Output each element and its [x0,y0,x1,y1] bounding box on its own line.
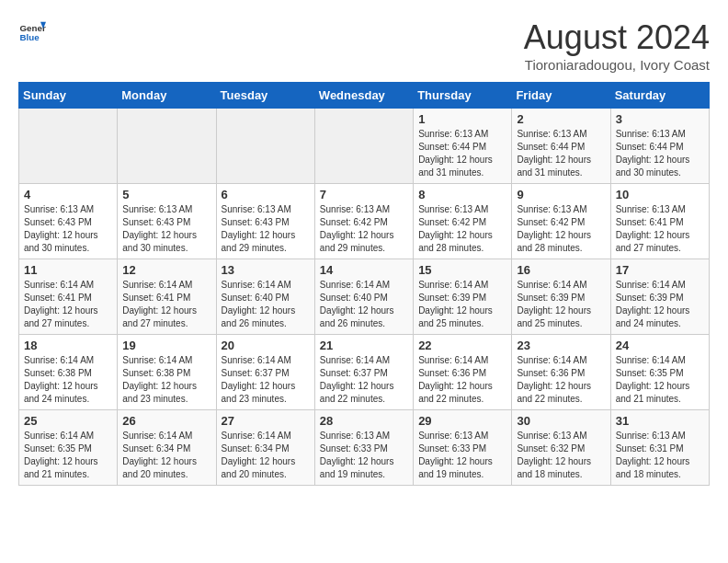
day-info: Sunrise: 6:14 AM Sunset: 6:39 PM Dayligh… [616,279,704,330]
calendar-cell: 17Sunrise: 6:14 AM Sunset: 6:39 PM Dayli… [610,259,709,335]
weekday-header-friday: Friday [512,83,610,109]
day-number: 8 [418,188,506,201]
day-info: Sunrise: 6:14 AM Sunset: 6:36 PM Dayligh… [418,354,506,406]
calendar-week-5: 25Sunrise: 6:14 AM Sunset: 6:35 PM Dayli… [19,410,710,486]
day-number: 24 [616,339,704,352]
month-title: August 2024 [524,18,710,57]
day-number: 5 [122,188,210,201]
calendar-cell [314,109,413,184]
calendar-cell: 15Sunrise: 6:14 AM Sunset: 6:39 PM Dayli… [414,259,512,335]
day-info: Sunrise: 6:14 AM Sunset: 6:34 PM Dayligh… [122,430,210,481]
calendar-cell [19,109,118,184]
day-number: 6 [222,188,310,201]
weekday-header-wednesday: Wednesday [314,83,413,109]
calendar-cell: 31Sunrise: 6:13 AM Sunset: 6:31 PM Dayli… [610,410,709,486]
day-info: Sunrise: 6:13 AM Sunset: 6:44 PM Dayligh… [517,128,605,179]
calendar-cell [118,109,216,184]
day-number: 2 [517,112,605,126]
calendar-week-4: 18Sunrise: 6:14 AM Sunset: 6:38 PM Dayli… [19,335,710,410]
calendar-cell: 30Sunrise: 6:13 AM Sunset: 6:32 PM Dayli… [512,410,610,486]
calendar-cell: 20Sunrise: 6:14 AM Sunset: 6:37 PM Dayli… [216,335,314,410]
day-info: Sunrise: 6:14 AM Sunset: 6:34 PM Dayligh… [222,430,310,481]
day-number: 3 [616,112,704,126]
day-number: 18 [24,339,112,352]
day-info: Sunrise: 6:13 AM Sunset: 6:44 PM Dayligh… [418,128,506,179]
day-number: 28 [320,414,408,428]
day-info: Sunrise: 6:13 AM Sunset: 6:32 PM Dayligh… [517,430,605,481]
calendar-cell: 25Sunrise: 6:14 AM Sunset: 6:35 PM Dayli… [19,410,118,486]
day-number: 13 [222,263,310,277]
day-info: Sunrise: 6:13 AM Sunset: 6:41 PM Dayligh… [616,203,704,255]
calendar-cell: 13Sunrise: 6:14 AM Sunset: 6:40 PM Dayli… [216,259,314,335]
calendar-cell: 5Sunrise: 6:13 AM Sunset: 6:43 PM Daylig… [118,184,216,259]
title-area: August 2024 Tioroniaradougou, Ivory Coas… [524,18,710,73]
calendar-cell: 23Sunrise: 6:14 AM Sunset: 6:36 PM Dayli… [512,335,610,410]
day-info: Sunrise: 6:14 AM Sunset: 6:35 PM Dayligh… [616,354,704,406]
weekday-header-monday: Monday [118,83,216,109]
day-info: Sunrise: 6:14 AM Sunset: 6:37 PM Dayligh… [320,354,408,406]
day-number: 19 [122,339,210,352]
day-info: Sunrise: 6:14 AM Sunset: 6:36 PM Dayligh… [517,354,605,406]
day-info: Sunrise: 6:13 AM Sunset: 6:44 PM Dayligh… [616,128,704,179]
calendar-cell: 19Sunrise: 6:14 AM Sunset: 6:38 PM Dayli… [118,335,216,410]
calendar-cell: 3Sunrise: 6:13 AM Sunset: 6:44 PM Daylig… [610,109,709,184]
weekday-header-row: SundayMondayTuesdayWednesdayThursdayFrid… [19,83,710,109]
day-info: Sunrise: 6:14 AM Sunset: 6:41 PM Dayligh… [122,279,210,330]
day-number: 31 [616,414,704,428]
calendar-table: SundayMondayTuesdayWednesdayThursdayFrid… [18,82,710,486]
calendar-cell: 8Sunrise: 6:13 AM Sunset: 6:42 PM Daylig… [414,184,512,259]
weekday-header-sunday: Sunday [19,83,118,109]
day-info: Sunrise: 6:13 AM Sunset: 6:42 PM Dayligh… [418,203,506,255]
calendar-cell: 14Sunrise: 6:14 AM Sunset: 6:40 PM Dayli… [314,259,413,335]
day-info: Sunrise: 6:13 AM Sunset: 6:42 PM Dayligh… [320,203,408,255]
calendar-cell: 18Sunrise: 6:14 AM Sunset: 6:38 PM Dayli… [19,335,118,410]
calendar-week-2: 4Sunrise: 6:13 AM Sunset: 6:43 PM Daylig… [19,184,710,259]
day-number: 27 [222,414,310,428]
calendar-cell: 29Sunrise: 6:13 AM Sunset: 6:33 PM Dayli… [414,410,512,486]
weekday-header-thursday: Thursday [414,83,512,109]
day-number: 17 [616,263,704,277]
day-info: Sunrise: 6:14 AM Sunset: 6:39 PM Dayligh… [418,279,506,330]
day-info: Sunrise: 6:13 AM Sunset: 6:31 PM Dayligh… [616,430,704,481]
day-number: 22 [418,339,506,352]
page-header: General Blue August 2024 Tioroniaradougo… [18,18,710,73]
calendar-cell: 9Sunrise: 6:13 AM Sunset: 6:42 PM Daylig… [512,184,610,259]
calendar-cell: 10Sunrise: 6:13 AM Sunset: 6:41 PM Dayli… [610,184,709,259]
day-info: Sunrise: 6:14 AM Sunset: 6:40 PM Dayligh… [222,279,310,330]
day-info: Sunrise: 6:14 AM Sunset: 6:37 PM Dayligh… [222,354,310,406]
calendar-week-1: 1Sunrise: 6:13 AM Sunset: 6:44 PM Daylig… [19,109,710,184]
day-info: Sunrise: 6:13 AM Sunset: 6:43 PM Dayligh… [24,203,112,255]
day-number: 11 [24,263,112,277]
day-number: 23 [517,339,605,352]
calendar-cell: 22Sunrise: 6:14 AM Sunset: 6:36 PM Dayli… [414,335,512,410]
day-number: 30 [517,414,605,428]
day-number: 7 [320,188,408,201]
day-info: Sunrise: 6:14 AM Sunset: 6:38 PM Dayligh… [24,354,112,406]
day-info: Sunrise: 6:13 AM Sunset: 6:43 PM Dayligh… [222,203,310,255]
location-title: Tioroniaradougou, Ivory Coast [524,57,710,73]
logo-icon: General Blue [18,18,46,46]
calendar-cell: 7Sunrise: 6:13 AM Sunset: 6:42 PM Daylig… [314,184,413,259]
calendar-cell: 28Sunrise: 6:13 AM Sunset: 6:33 PM Dayli… [314,410,413,486]
day-number: 10 [616,188,704,201]
calendar-cell: 24Sunrise: 6:14 AM Sunset: 6:35 PM Dayli… [610,335,709,410]
logo: General Blue [18,18,46,46]
day-number: 25 [24,414,112,428]
day-number: 4 [24,188,112,201]
day-number: 29 [418,414,506,428]
calendar-cell: 6Sunrise: 6:13 AM Sunset: 6:43 PM Daylig… [216,184,314,259]
day-info: Sunrise: 6:14 AM Sunset: 6:39 PM Dayligh… [517,279,605,330]
weekday-header-tuesday: Tuesday [216,83,314,109]
day-number: 20 [222,339,310,352]
day-number: 9 [517,188,605,201]
day-info: Sunrise: 6:13 AM Sunset: 6:42 PM Dayligh… [517,203,605,255]
calendar-cell: 16Sunrise: 6:14 AM Sunset: 6:39 PM Dayli… [512,259,610,335]
calendar-cell: 12Sunrise: 6:14 AM Sunset: 6:41 PM Dayli… [118,259,216,335]
day-info: Sunrise: 6:14 AM Sunset: 6:40 PM Dayligh… [320,279,408,330]
day-info: Sunrise: 6:14 AM Sunset: 6:35 PM Dayligh… [24,430,112,481]
calendar-cell [216,109,314,184]
day-number: 14 [320,263,408,277]
calendar-cell: 26Sunrise: 6:14 AM Sunset: 6:34 PM Dayli… [118,410,216,486]
day-info: Sunrise: 6:13 AM Sunset: 6:43 PM Dayligh… [122,203,210,255]
day-info: Sunrise: 6:14 AM Sunset: 6:38 PM Dayligh… [122,354,210,406]
